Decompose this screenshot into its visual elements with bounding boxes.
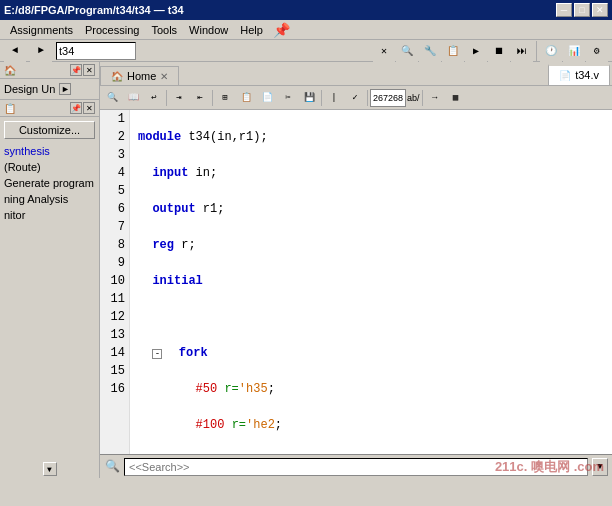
search-dropdown[interactable]: ▼ xyxy=(592,458,608,476)
search-small-icon: 🔍 xyxy=(104,459,120,475)
line-num-1: 1 xyxy=(104,110,125,128)
left-panel-top-buttons: 📌 ✕ xyxy=(70,64,95,76)
back-button[interactable]: ◄ xyxy=(4,40,26,62)
toolbar-icon-6[interactable]: ⏹ xyxy=(488,40,510,62)
etb-indent[interactable]: ⇥ xyxy=(169,88,189,108)
etb-toggle[interactable]: ⊞ xyxy=(215,88,235,108)
code-line-6 xyxy=(138,308,604,326)
tab-home[interactable]: 🏠 Home ✕ xyxy=(100,66,179,85)
etb-copy[interactable]: 📋 xyxy=(236,88,256,108)
list-item-route[interactable]: (Route) xyxy=(0,159,99,175)
list-item-generate[interactable]: Generate program xyxy=(0,175,99,191)
tab-file[interactable]: 📄 t34.v xyxy=(548,64,610,85)
main-layout: 🏠 📌 ✕ Design Un ► 📋 📌 ✕ Customize... syn… xyxy=(0,62,612,478)
line-num-14: 14 xyxy=(104,344,125,362)
code-area[interactable]: 1 2 3 4 5 6 7 8 9 10 11 12 13 14 15 16 xyxy=(100,110,612,454)
search-input[interactable] xyxy=(124,458,588,476)
fold-icon-7[interactable]: - xyxy=(152,349,162,359)
forward-button[interactable]: ► xyxy=(30,40,52,62)
menu-processing[interactable]: Processing xyxy=(79,22,145,38)
line-num-4: 4 xyxy=(104,164,125,182)
line-num-8: 8 xyxy=(104,236,125,254)
line-numbers: 1 2 3 4 5 6 7 8 9 10 11 12 13 14 15 16 xyxy=(100,110,130,454)
close-button[interactable]: ✕ xyxy=(592,3,608,17)
toolbar-icon-4[interactable]: 📋 xyxy=(442,40,464,62)
toolbar-icon-7[interactable]: ⏭ xyxy=(511,40,533,62)
line-counter: 267268 xyxy=(370,89,406,107)
lower-panel-close-button[interactable]: ✕ xyxy=(83,102,95,114)
etb-pipe[interactable]: | xyxy=(324,88,344,108)
tab-bar: 🏠 Home ✕ 📄 t34.v xyxy=(100,62,612,86)
code-line-3: output r1; xyxy=(138,200,604,218)
title-bar: E:/d8/FPGA/Program/t34/t34 — t34 ─ □ ✕ xyxy=(0,0,612,20)
code-line-9: #100 r='he2; xyxy=(138,416,604,434)
address-bar-row: ◄ ► ✕ 🔍 🔧 📋 ▶ ⏹ ⏭ 🕐 📊 ⚙ xyxy=(0,40,612,62)
code-line-7: - fork xyxy=(138,344,604,362)
panel-close-button[interactable]: ✕ xyxy=(83,64,95,76)
toolbar-icon-5[interactable]: ▶ xyxy=(465,40,487,62)
lower-panel-pin-button[interactable]: 📌 xyxy=(70,102,82,114)
code-line-8: #50 r='h35; xyxy=(138,380,604,398)
list-item-timing[interactable]: ning Analysis xyxy=(0,191,99,207)
line-num-15: 15 xyxy=(104,362,125,380)
menu-help[interactable]: Help xyxy=(234,22,269,38)
right-content: 🏠 Home ✕ 📄 t34.v 🔍 📖 ↩ ⇥ ⇤ ⊞ 📋 📄 ✂ 💾 xyxy=(100,62,612,478)
etb-arrow-right[interactable]: → xyxy=(425,88,445,108)
toolbar-icon-3[interactable]: 🔧 xyxy=(419,40,441,62)
toolbar-icon-1[interactable]: ✕ xyxy=(373,40,395,62)
line-num-5: 5 xyxy=(104,182,125,200)
toolbar-icon-9[interactable]: 📊 xyxy=(563,40,585,62)
title-bar-buttons: ─ □ ✕ xyxy=(556,3,608,17)
left-panel: 🏠 📌 ✕ Design Un ► 📋 📌 ✕ Customize... syn… xyxy=(0,62,100,478)
toolbar-icon-8[interactable]: 🕐 xyxy=(540,40,562,62)
home-tab-close[interactable]: ✕ xyxy=(160,71,168,82)
address-input[interactable] xyxy=(56,42,136,60)
etb-book[interactable]: 📖 xyxy=(123,88,143,108)
tab-file-label: t34.v xyxy=(575,69,599,81)
design-unit-label: Design Un xyxy=(4,83,55,95)
code-text[interactable]: module t34(in,r1); input in; output r1; … xyxy=(130,110,612,454)
left-panel-lower-buttons: 📌 ✕ xyxy=(70,102,95,114)
home-tab-icon: 🏠 xyxy=(111,71,123,82)
toolbar-icon-10[interactable]: ⚙ xyxy=(586,40,608,62)
etb-save[interactable]: 💾 xyxy=(299,88,319,108)
etb-cut[interactable]: ✂ xyxy=(278,88,298,108)
expand-arrow[interactable]: ► xyxy=(59,83,71,95)
etb-paste[interactable]: 📄 xyxy=(257,88,277,108)
left-panel-lower-titlebar: 📋 📌 ✕ xyxy=(0,100,99,117)
list-item-monitor[interactable]: nitor xyxy=(0,207,99,223)
etb-check[interactable]: ✓ xyxy=(345,88,365,108)
title-bar-text: E:/d8/FPGA/Program/t34/t34 — t34 xyxy=(4,4,184,16)
ab-label: ab/ xyxy=(407,93,420,103)
minimize-button[interactable]: ─ xyxy=(556,3,572,17)
etb-arrow[interactable]: ↩ xyxy=(144,88,164,108)
line-num-10: 10 xyxy=(104,272,125,290)
editor-toolbar: 🔍 📖 ↩ ⇥ ⇤ ⊞ 📋 📄 ✂ 💾 | ✓ 267268 ab/ → ▦ xyxy=(100,86,612,110)
line-num-16: 16 xyxy=(104,380,125,398)
line-num-2: 2 xyxy=(104,128,125,146)
maximize-button[interactable]: □ xyxy=(574,3,590,17)
menu-assignments[interactable]: Assignments xyxy=(4,22,79,38)
line-num-11: 11 xyxy=(104,290,125,308)
tab-home-label: Home xyxy=(127,70,156,82)
menu-tools[interactable]: Tools xyxy=(145,22,183,38)
code-line-4: reg r; xyxy=(138,236,604,254)
left-panel-list: synthesis (Route) Generate program ning … xyxy=(0,143,99,460)
customize-button[interactable]: Customize... xyxy=(4,121,95,139)
etb-grid[interactable]: ▦ xyxy=(446,88,466,108)
file-tab-icon: 📄 xyxy=(559,70,571,81)
etb-find[interactable]: 🔍 xyxy=(102,88,122,108)
left-panel-lower-icon: 📋 xyxy=(4,103,16,114)
panel-pin-button[interactable]: 📌 xyxy=(70,64,82,76)
left-panel-icon: 🏠 xyxy=(4,65,16,76)
left-panel-top-titlebar: 🏠 📌 ✕ xyxy=(0,62,99,79)
toolbar-icon-2[interactable]: 🔍 xyxy=(396,40,418,62)
code-line-5: initial xyxy=(138,272,604,290)
menu-window[interactable]: Window xyxy=(183,22,234,38)
code-line-1: module t34(in,r1); xyxy=(138,128,604,146)
etb-outdent[interactable]: ⇤ xyxy=(190,88,210,108)
list-scroll-down[interactable]: ▼ xyxy=(43,462,57,476)
line-num-3: 3 xyxy=(104,146,125,164)
menu-bar: Assignments Processing Tools Window Help… xyxy=(0,20,612,40)
list-item-synthesis[interactable]: synthesis xyxy=(0,143,99,159)
